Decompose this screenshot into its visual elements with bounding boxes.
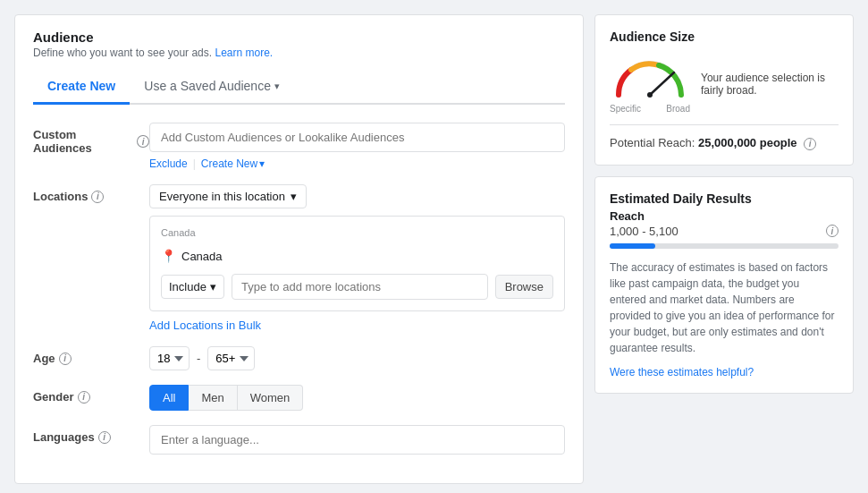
gender-row: Gender i All Men Women [33,385,565,411]
browse-button[interactable]: Browse [495,275,553,299]
age-min-select[interactable]: 18 [149,346,190,370]
gender-info-icon[interactable]: i [78,391,90,404]
include-dropdown[interactable]: Include ▾ [161,275,224,299]
audience-size-card: Audience Size [594,14,854,166]
age-label: Age i [33,346,149,365]
estimates-helpful-link[interactable]: Were these estimates helpful? [610,366,754,378]
age-row: Age i 18 - 65+ [33,346,565,370]
reach-progress-bar-fill [610,243,655,249]
divider: | [193,157,196,170]
languages-input[interactable] [149,425,565,455]
gauge-container: Specific Broad Your audience selection i… [610,55,839,114]
location-header: Canada [161,227,553,238]
side-panel: Audience Size [594,14,854,484]
languages-row: Languages i [33,425,565,455]
audience-size-description: Your audience selection is fairly broad. [701,72,839,97]
svg-line-0 [650,72,674,95]
age-dash: - [197,352,200,365]
location-box: Canada 📍 Canada Include ▾ Browse [149,216,565,311]
chevron-down-icon: ▾ [274,81,280,92]
add-location-input[interactable] [232,274,488,300]
estimated-title: Estimated Daily Results [610,191,839,206]
gender-all-button[interactable]: All [149,385,189,411]
gender-label: Gender i [33,385,149,404]
gender-content: All Men Women [149,385,565,411]
estimated-body: The accuracy of estimates is based on fa… [610,259,839,356]
bulk-locations-link[interactable]: Add Locations in Bulk [149,319,261,332]
exclude-create-row: Exclude | Create New ▾ [149,157,565,170]
location-type-dropdown[interactable]: Everyone in this location ▾ [149,184,307,208]
age-info-icon[interactable]: i [59,353,72,365]
learn-more-link[interactable]: Learn more. [215,47,273,59]
tab-use-saved[interactable]: Use a Saved Audience ▾ [130,70,294,105]
reach-label: Reach [610,209,839,223]
exclude-link[interactable]: Exclude [149,157,188,170]
estimated-results-card: Estimated Daily Results Reach 1,000 - 5,… [594,176,854,394]
age-content: 18 - 65+ [149,346,565,370]
chevron-down-icon: ▾ [210,280,216,293]
chevron-down-icon: ▾ [259,157,265,170]
reach-info-icon[interactable]: i [804,138,816,150]
include-row: Include ▾ Browse [161,274,553,300]
custom-audiences-row: Custom Audiences i Exclude | Create New … [33,123,565,170]
locations-info-icon[interactable]: i [91,191,104,203]
chevron-down-icon: ▾ [291,190,297,203]
location-tag: 📍 Canada [161,245,553,267]
custom-audiences-input[interactable] [149,123,565,152]
languages-label: Languages i [33,425,149,444]
main-panel: Audience Define who you want to see your… [14,14,584,484]
custom-audiences-label: Custom Audiences i [33,123,149,155]
custom-audiences-content: Exclude | Create New ▾ [149,123,565,170]
pin-icon: 📍 [161,249,176,263]
locations-label: Locations i [33,184,149,203]
range-info-icon[interactable]: i [826,225,839,237]
gender-men-button[interactable]: Men [189,385,237,411]
gauge-broad-label: Broad [666,104,690,114]
gender-women-button[interactable]: Women [238,385,304,411]
reach-progress-bar-bg [610,243,839,249]
gauge-wrap: Specific Broad [610,55,690,114]
potential-reach: Potential Reach: 25,000,000 people i [610,124,839,150]
page-description: Define who you want to see your ads. Lea… [33,47,565,59]
tab-create-new[interactable]: Create New [33,70,130,105]
gauge-labels: Specific Broad [610,104,690,114]
gender-button-group: All Men Women [149,385,565,411]
svg-point-1 [647,92,653,98]
gauge-svg [610,55,690,99]
languages-info-icon[interactable]: i [98,431,111,444]
age-max-select[interactable]: 65+ [207,346,255,370]
gauge-specific-label: Specific [610,104,641,114]
audience-size-title: Audience Size [610,30,839,44]
page-title: Audience [33,30,565,45]
locations-row: Locations i Everyone in this location ▾ … [33,184,565,332]
reach-range: 1,000 - 5,100 i [610,225,839,238]
languages-content [149,425,565,455]
age-inputs: 18 - 65+ [149,346,565,370]
locations-content: Everyone in this location ▾ Canada 📍 Can… [149,184,565,332]
create-new-button[interactable]: Create New ▾ [201,157,265,170]
custom-audiences-info-icon[interactable]: i [137,135,149,148]
tab-bar: Create New Use a Saved Audience ▾ [33,70,565,105]
